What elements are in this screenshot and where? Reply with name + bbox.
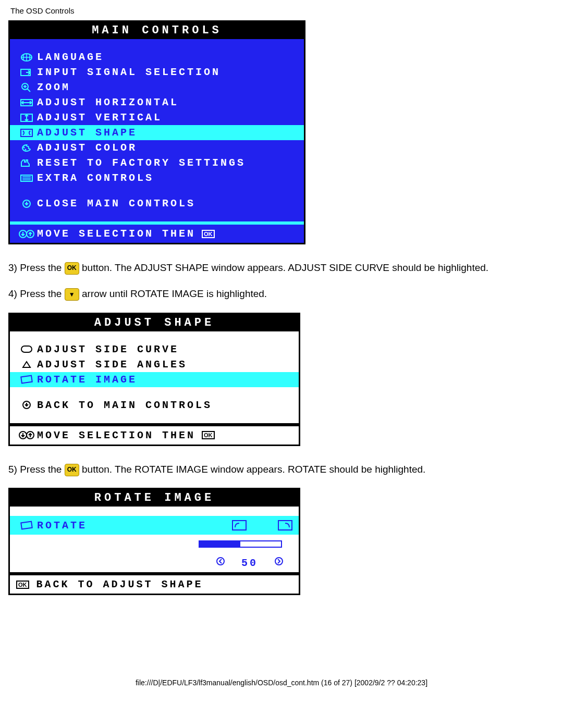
svg-rect-17 — [21, 522, 32, 529]
menu-item-reset-factory[interactable]: RESET TO FACTORY SETTINGS — [10, 155, 304, 170]
rotate-image-icon — [16, 375, 37, 384]
down-arrow-button-icon: ▼ — [65, 288, 79, 301]
svg-rect-13 — [21, 376, 32, 384]
instruction-5a: 5) Press the — [8, 464, 65, 475]
menu-item-adjust-horizontal[interactable]: ADJUST HORIZONTAL — [10, 95, 304, 110]
rotate-value: 50 — [241, 557, 258, 569]
adjust-shape-icon — [16, 128, 37, 138]
menu-item-side-curve[interactable]: ADJUST SIDE CURVE — [10, 342, 299, 357]
adjust-color-icon — [16, 143, 37, 153]
ok-button-icon: OK — [65, 262, 79, 275]
adjust-shape-panel: ADJUST SHAPE ADJUST SIDE CURVE ADJUST SI… — [8, 313, 300, 446]
rotate-label: ROTATE — [37, 520, 87, 532]
instruction-4: 4) Press the ▼ arrow until ROTATE IMAGE … — [8, 286, 555, 302]
menu-item-adjust-vertical[interactable]: ADJUST VERTICAL — [10, 110, 304, 125]
up-down-arrows-icon — [16, 430, 37, 440]
slider-row — [10, 535, 299, 553]
menu-item-zoom[interactable]: ZOOM — [10, 80, 304, 95]
ok-icon: OK — [202, 431, 215, 439]
rotate-image-panel: ROTATE IMAGE ROTATE 50 OK BACK TO ADJUST… — [8, 488, 300, 595]
back-label: BACK TO MAIN CONTROLS — [37, 399, 212, 411]
zoom-icon — [16, 82, 37, 93]
main-controls-panel: MAIN CONTROLS LANGUAGE INPUT SIGNAL SELE… — [8, 20, 305, 244]
page-title: The OSD Controls — [10, 6, 555, 15]
svg-point-19 — [275, 558, 283, 565]
down-arrow-icon — [16, 199, 37, 208]
instruction-5b: button. The ROTATE IMAGE window appears.… — [82, 464, 425, 475]
menu-item-adjust-shape[interactable]: ADJUST SHAPE — [10, 125, 304, 140]
menu-item-side-angles[interactable]: ADJUST SIDE ANGLES — [10, 357, 299, 372]
menu-label: ADJUST VERTICAL — [37, 112, 162, 124]
instruction-3a: 3) Press the — [8, 262, 65, 273]
menu-item-language[interactable]: LANGUAGE — [10, 50, 304, 65]
back-to-main[interactable]: BACK TO MAIN CONTROLS — [10, 398, 299, 413]
left-arrow-icon[interactable] — [215, 557, 226, 569]
adjust-horizontal-icon — [16, 98, 37, 107]
menu-label: RESET TO FACTORY SETTINGS — [37, 157, 246, 169]
svg-point-6 — [23, 146, 25, 148]
menu-item-adjust-color[interactable]: ADJUST COLOR — [10, 140, 304, 155]
rotate-slider[interactable] — [199, 540, 282, 548]
main-footer-hint: MOVE SELECTION THEN OK — [10, 221, 304, 243]
footer-file-path: file:///D|/EDFU/LF3/lf3manual/english/OS… — [8, 678, 555, 687]
close-label: CLOSE MAIN CONTROLS — [37, 198, 195, 209]
adjust-vertical-icon — [16, 113, 37, 122]
ok-icon: OK — [202, 230, 215, 238]
side-angles-icon — [16, 360, 37, 369]
menu-label: INPUT SIGNAL SELECTION — [37, 66, 221, 78]
rotate-option[interactable]: ROTATE — [10, 516, 299, 535]
adjust-shape-footer: MOVE SELECTION THEN OK — [10, 423, 299, 445]
value-row: 50 — [10, 553, 299, 572]
svg-point-7 — [25, 149, 27, 150]
down-arrow-icon — [16, 400, 37, 410]
svg-rect-5 — [21, 129, 32, 137]
close-main-controls[interactable]: CLOSE MAIN CONTROLS — [10, 196, 304, 211]
menu-item-rotate-image[interactable]: ROTATE IMAGE — [10, 372, 299, 387]
menu-label: ADJUST SIDE ANGLES — [37, 359, 187, 371]
instruction-4a: 4) Press the — [8, 288, 65, 299]
rotate-left-limit-icon — [232, 520, 247, 530]
language-icon — [16, 53, 37, 62]
input-signal-icon — [16, 68, 37, 77]
rotate-footer: OK BACK TO ADJUST SHAPE — [10, 572, 299, 594]
menu-label: EXTRA CONTROLS — [37, 172, 154, 184]
menu-label: ADJUST HORIZONTAL — [37, 96, 179, 108]
menu-label: ADJUST SIDE CURVE — [37, 343, 179, 355]
menu-label: LANGUAGE — [37, 51, 104, 63]
side-curve-icon — [16, 344, 37, 354]
rotate-right-limit-icon — [278, 520, 292, 530]
menu-label: ADJUST COLOR — [37, 142, 137, 154]
instruction-3: 3) Press the OK button. The ADJUST SHAPE… — [8, 260, 555, 276]
up-down-arrows-icon — [16, 229, 37, 239]
right-arrow-icon[interactable] — [274, 557, 284, 569]
footer-hint-text: MOVE SELECTION THEN — [37, 228, 195, 240]
footer-hint-text: MOVE SELECTION THEN — [37, 429, 195, 441]
ok-button-icon: OK — [65, 464, 79, 476]
back-to-adjust-shape[interactable]: BACK TO ADJUST SHAPE — [36, 578, 203, 590]
adjust-shape-title: ADJUST SHAPE — [10, 314, 299, 331]
ok-icon: OK — [16, 581, 29, 589]
svg-point-18 — [217, 558, 224, 565]
menu-label: ROTATE IMAGE — [37, 374, 137, 386]
extra-controls-icon — [16, 174, 37, 183]
factory-reset-icon — [16, 158, 37, 168]
menu-item-input-signal[interactable]: INPUT SIGNAL SELECTION — [10, 65, 304, 80]
menu-item-extra-controls[interactable]: EXTRA CONTROLS — [10, 170, 304, 186]
rotate-icon — [16, 521, 37, 530]
instruction-5: 5) Press the OK button. The ROTATE IMAGE… — [8, 462, 555, 477]
svg-rect-12 — [21, 346, 32, 352]
rotate-image-title: ROTATE IMAGE — [10, 489, 299, 507]
instruction-3b: button. The ADJUST SHAPE window appears.… — [82, 262, 488, 273]
instruction-4b: arrow until ROTATE IMAGE is highlighted. — [82, 288, 267, 299]
main-controls-title: MAIN CONTROLS — [10, 22, 304, 39]
menu-label: ADJUST SHAPE — [37, 127, 137, 139]
menu-label: ZOOM — [37, 81, 70, 93]
